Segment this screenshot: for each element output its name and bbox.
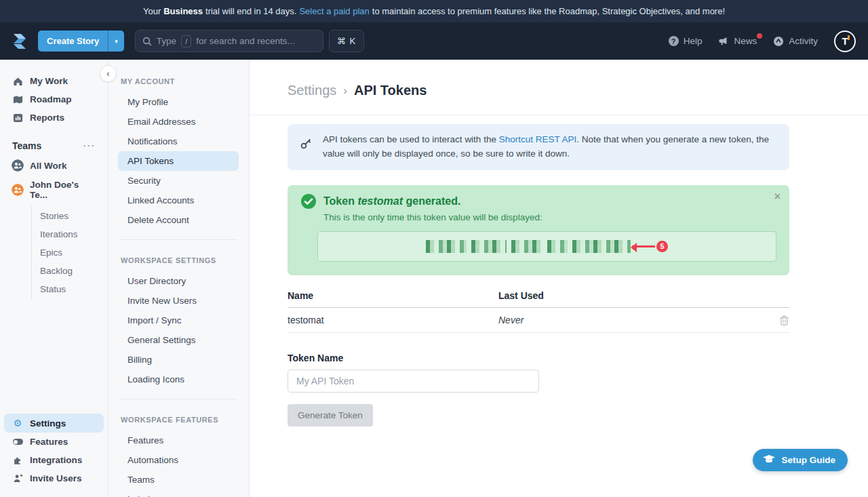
left-arrow-icon: [632, 245, 655, 247]
tokens-table: Name Last Used testomat Never: [288, 290, 789, 333]
content-column: API tokens can be used to interact with …: [250, 115, 789, 426]
sidebar-item-roadmap[interactable]: Roadmap: [0, 90, 108, 108]
menu-item-invite-new-users[interactable]: Invite New Users: [108, 291, 249, 311]
sidebar-item-label: Features: [30, 437, 68, 447]
primary-sidebar: ‹ My Work Roadmap Reports Teams ···: [0, 60, 108, 497]
user-avatar[interactable]: T: [834, 31, 856, 52]
main-content: Settings › API Tokens API tokens can be …: [250, 60, 868, 497]
token-last-used-cell: Never: [498, 315, 524, 325]
success-title: Token testomat generated.: [301, 194, 776, 209]
success-subtitle: This is the only time this token value w…: [323, 212, 776, 222]
sidebar-item-iterations[interactable]: Iterations: [32, 225, 108, 243]
map-icon: [12, 95, 23, 104]
menu-item-my-profile[interactable]: My Profile: [108, 92, 249, 112]
sidebar-collapse-button[interactable]: ‹: [100, 65, 117, 82]
sidebar-item-settings[interactable]: ⚙ Settings: [4, 414, 104, 433]
search-input[interactable]: Type / for search and recents...: [135, 30, 323, 52]
person-plus-icon: [12, 474, 23, 483]
sidebar-item-backlog[interactable]: Backlog: [32, 262, 108, 280]
select-paid-plan-link[interactable]: Select a paid plan: [299, 6, 369, 16]
create-story-label[interactable]: Create Story: [38, 31, 108, 52]
cmd-k-shortcut-badge[interactable]: ⌘ K: [329, 30, 364, 52]
menu-section-header: WORKSPACE SETTINGS: [108, 251, 249, 271]
title-after: generated.: [403, 195, 460, 207]
sidebar-item-invite-users[interactable]: Invite Users: [0, 469, 108, 488]
bar-chart-icon: [12, 113, 23, 123]
token-name-input[interactable]: [288, 370, 539, 393]
top-navbar: Create Story ▾ Type / for search and rec…: [0, 22, 868, 60]
trial-text-suffix: to maintain access to premium features l…: [372, 6, 725, 16]
help-menu[interactable]: ? Help: [669, 36, 703, 46]
shortcut-rest-api-link[interactable]: Shortcut REST API: [499, 134, 577, 144]
menu-item-features[interactable]: Features: [108, 431, 249, 450]
sidebar-item-label: Invite Users: [30, 473, 82, 483]
generate-token-button[interactable]: Generate Token: [288, 404, 373, 426]
menu-item-general-settings[interactable]: General Settings: [108, 330, 249, 350]
token-value-box: 5: [317, 231, 776, 262]
annotation-number-badge: 5: [656, 241, 668, 252]
chevron-left-icon: ‹: [106, 68, 109, 79]
sidebar-item-label: My Work: [30, 76, 68, 86]
sidebar-item-my-work[interactable]: My Work: [0, 72, 108, 90]
teams-more-icon[interactable]: ···: [83, 141, 96, 151]
page-header: Settings › API Tokens: [250, 60, 868, 115]
search-icon: [142, 37, 152, 46]
annotation-arrow: 5: [632, 241, 668, 252]
create-story-button[interactable]: Create Story ▾: [38, 31, 124, 52]
toggle-icon: [12, 439, 23, 445]
team-subitem-list: Stories Iterations Epics Backlog Status: [31, 205, 108, 300]
graduation-cap-icon: [763, 455, 775, 465]
menu-item-user-directory[interactable]: User Directory: [108, 271, 249, 291]
menu-item-email-addresses[interactable]: Email Addresses: [108, 112, 249, 132]
delete-token-button[interactable]: [779, 315, 789, 325]
sidebar-item-label: Reports: [30, 113, 64, 123]
sidebar-item-epics[interactable]: Epics: [32, 243, 108, 262]
api-info-banner: API tokens can be used to interact with …: [288, 124, 789, 170]
sidebar-item-features[interactable]: Features: [0, 433, 108, 451]
info-text-before: API tokens can be used to interact with …: [323, 134, 499, 144]
trial-text-middle: trial will end in 14 days.: [205, 6, 296, 16]
shortcut-logo-icon[interactable]: [9, 31, 30, 52]
help-label: Help: [684, 36, 703, 46]
menu-item-notifications[interactable]: Notifications: [108, 132, 249, 151]
activity-label: Activity: [789, 36, 818, 46]
news-menu[interactable]: News: [718, 36, 757, 46]
breadcrumb-settings[interactable]: Settings: [288, 83, 336, 98]
settings-menu-sidebar: MY ACCOUNT My Profile Email Addresses No…: [108, 60, 250, 497]
breadcrumb: Settings › API Tokens: [288, 83, 868, 98]
menu-item-security[interactable]: Security: [108, 171, 249, 191]
sidebar-item-status[interactable]: Status: [32, 280, 108, 298]
avatar-accent: [848, 35, 850, 40]
sidebar-item-label: John Doe's Te...: [30, 180, 96, 200]
menu-item-api-tokens[interactable]: API Tokens: [118, 151, 239, 171]
menu-item-linked-accounts[interactable]: Linked Accounts: [108, 191, 249, 210]
table-header-row: Name Last Used: [288, 290, 789, 308]
setup-guide-button[interactable]: Setup Guide: [753, 449, 848, 471]
menu-item-billing[interactable]: Billing: [108, 350, 249, 370]
token-generated-banner: × Token testomat generated. This is the …: [288, 185, 789, 275]
menu-item-teams[interactable]: Teams: [108, 470, 249, 490]
sidebar-item-integrations[interactable]: Integrations: [0, 451, 108, 469]
sidebar-item-john-does-team[interactable]: John Doe's Te...: [0, 176, 108, 204]
menu-item-automations[interactable]: Automations: [108, 450, 249, 470]
sidebar-item-all-work[interactable]: All Work: [0, 155, 108, 176]
menu-section-header: WORKSPACE FEATURES: [108, 410, 249, 431]
sidebar-item-reports[interactable]: Reports: [0, 108, 108, 127]
success-title-text: Token testomat generated.: [323, 195, 460, 207]
close-icon[interactable]: ×: [774, 191, 781, 203]
create-story-caret[interactable]: ▾: [108, 31, 124, 52]
sidebar-item-label: Settings: [30, 418, 66, 429]
search-placeholder-word: Type: [157, 36, 176, 46]
menu-item-labels[interactable]: Labels: [108, 490, 249, 497]
check-circle-icon: [301, 194, 316, 209]
menu-section-header: MY ACCOUNT: [108, 72, 249, 92]
menu-item-import-sync[interactable]: Import / Sync: [108, 311, 249, 330]
new-token-form: Token Name Generate Token: [288, 353, 789, 426]
menu-item-loading-icons[interactable]: Loading Icons: [108, 370, 249, 389]
activity-menu[interactable]: Activity: [773, 36, 818, 47]
token-name-label: Token Name: [288, 353, 789, 363]
menu-item-delete-account[interactable]: Delete Account: [108, 210, 249, 230]
column-header-last-used: Last Used: [498, 290, 544, 301]
api-info-text: API tokens can be used to interact with …: [323, 133, 777, 161]
sidebar-item-stories[interactable]: Stories: [32, 207, 108, 225]
